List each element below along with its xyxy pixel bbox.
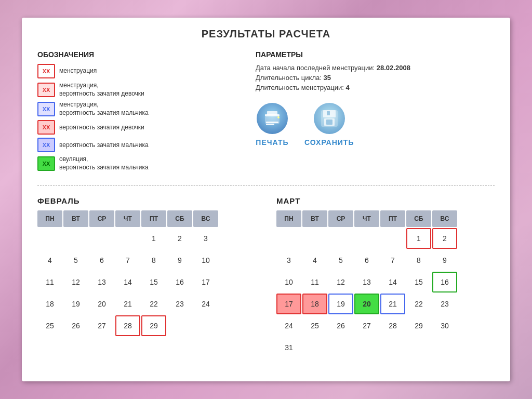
feb-day-19: 19	[63, 294, 88, 314]
mar-day-11: 11	[302, 272, 327, 292]
feb-day-22: 22	[141, 294, 166, 314]
mar-empty3	[328, 228, 353, 249]
page-title: РЕЗУЛЬТАТЫ РАСЧЕТА	[37, 28, 495, 40]
feb-day-15: 15	[141, 272, 166, 292]
feb-day-29: 29	[141, 315, 166, 336]
mar-day-1: 1	[406, 228, 431, 249]
march-title: МАРТ	[276, 196, 495, 205]
feb-day-8: 8	[141, 250, 166, 271]
legend-item-menstruation-girl: ХХ менструация,вероятность зачатия девоч…	[37, 82, 235, 98]
february-grid: ПН ВТ СР ЧТ ПТ СБ ВС 1 2 3 4 5 6 7	[37, 210, 256, 336]
mar-day-31: 31	[276, 337, 301, 358]
print-button[interactable]: ПЕЧАТЬ	[256, 102, 289, 147]
march-grid: ПН ВТ СР ЧТ ПТ СБ ВС 1 2 3 4 5 6	[276, 210, 495, 358]
mar-day-15: 15	[406, 272, 431, 292]
legend-text-ovulation-boy: овуляция,вероятность зачатия мальчика	[59, 155, 149, 171]
feb-header-vs: ВС	[193, 210, 218, 227]
mar-header-vs: ВС	[432, 210, 457, 227]
feb-day-20: 20	[89, 294, 114, 314]
mar-day-13: 13	[354, 272, 379, 292]
mar-day-18: 18	[302, 294, 327, 314]
mar-header-cht: ЧТ	[354, 210, 379, 227]
svg-rect-4	[266, 122, 278, 123]
mar-day-17: 17	[276, 294, 301, 314]
legend-text-menstruation-boy: менструация,вероятность зачатия мальчика	[59, 101, 149, 117]
mar-day-27: 27	[354, 315, 379, 336]
svg-rect-12	[327, 111, 330, 115]
feb-day-16: 16	[167, 272, 192, 292]
save-button[interactable]: СОХРАНИТЬ	[304, 102, 354, 147]
params-section: ПАРАМЕТРЫ Дата начала последней менструа…	[256, 50, 495, 175]
february-title: ФЕВРАЛЬ	[37, 196, 256, 205]
mar-end6	[432, 337, 457, 358]
mar-day-19: 19	[328, 294, 353, 314]
feb-header-vt: ВТ	[63, 210, 88, 227]
march-calendar: МАРТ ПН ВТ СР ЧТ ПТ СБ ВС 1 2 3 4	[276, 196, 495, 358]
feb-day-21: 21	[115, 294, 140, 314]
legend-item-menstruation-boy: ХХ менструация,вероятность зачатия мальч…	[37, 101, 235, 117]
feb-header-sr: СР	[89, 210, 114, 227]
mar-day-23: 23	[432, 294, 457, 314]
mar-day-6: 6	[354, 250, 379, 271]
mar-day-12: 12	[328, 272, 353, 292]
feb-day-11: 11	[37, 272, 62, 292]
feb-cell-empty4	[115, 228, 140, 249]
mar-day-5: 5	[328, 250, 353, 271]
feb-day-14: 14	[115, 272, 140, 292]
mar-end3	[354, 337, 379, 358]
mar-day-30: 30	[432, 315, 457, 336]
feb-cell-empty2	[63, 228, 88, 249]
mar-day-28: 28	[380, 315, 405, 336]
mar-empty1	[276, 228, 301, 249]
mar-header-sr: СР	[328, 210, 353, 227]
svg-point-6	[277, 116, 280, 118]
mar-end2	[328, 337, 353, 358]
params-cycle-length: Длительность цикла: 35	[256, 74, 495, 82]
february-calendar: ФЕВРАЛЬ ПН ВТ СР ЧТ ПТ СБ ВС 1 2 3 4	[37, 196, 256, 358]
feb-header-sb: СБ	[167, 210, 192, 227]
params-menstruation-value: 4	[346, 84, 350, 91]
feb-day-17: 17	[193, 272, 218, 292]
mar-day-22: 22	[406, 294, 431, 314]
mar-empty2	[302, 228, 327, 249]
main-panel: РЕЗУЛЬТАТЫ РАСЧЕТА ОБОЗНАЧЕНИЯ ХХ менстр…	[22, 18, 510, 381]
calendars-section: ФЕВРАЛЬ ПН ВТ СР ЧТ ПТ СБ ВС 1 2 3 4	[37, 196, 495, 358]
params-last-menstruation-label: Дата начала последней менструации:	[256, 64, 375, 72]
mar-day-14: 14	[380, 272, 405, 292]
save-icon	[313, 102, 346, 135]
mar-day-10: 10	[276, 272, 301, 292]
feb-day-18: 18	[37, 294, 62, 314]
actions-row: ПЕЧАТЬ	[256, 102, 495, 147]
feb-day-6: 6	[89, 250, 114, 271]
feb-day-9: 9	[167, 250, 192, 271]
mar-day-7: 7	[380, 250, 405, 271]
print-icon	[256, 102, 289, 135]
feb-header-pt: ПТ	[141, 210, 166, 227]
mar-end5	[406, 337, 431, 358]
legend-box-boy-prob: ХХ	[37, 138, 55, 152]
legend-text-girl-prob: вероятность зачатия девочки	[59, 124, 144, 132]
mar-day-16: 16	[432, 272, 457, 292]
legend-item-boy-prob: ХХ вероятность зачатия мальчика	[37, 138, 235, 152]
legend-text-menstruation-girl: менструация,вероятность зачатия девочки	[59, 82, 144, 98]
legend-box-girl-prob: ХХ	[37, 120, 55, 135]
legend-item-menstruation: ХХ менструация	[37, 64, 235, 78]
mar-day-25: 25	[302, 315, 327, 336]
svg-rect-11	[326, 119, 332, 125]
feb-day-13: 13	[89, 272, 114, 292]
mar-end4	[380, 337, 405, 358]
feb-empty-end2	[193, 315, 218, 336]
params-cycle-value: 35	[323, 74, 330, 82]
params-cycle-label: Длительность цикла:	[256, 74, 322, 82]
legend-box-menstruation-girl: ХХ	[37, 83, 55, 97]
mar-empty4	[354, 228, 379, 249]
legend-title: ОБОЗНАЧЕНИЯ	[37, 50, 235, 59]
mar-day-21: 21	[380, 294, 405, 314]
feb-empty-end1	[167, 315, 192, 336]
params-menstruation-length: Длительность менструации: 4	[256, 84, 495, 91]
feb-day-23: 23	[167, 294, 192, 314]
feb-day-24: 24	[193, 294, 218, 314]
legend-item-ovulation-boy: ХХ овуляция,вероятность зачатия мальчика	[37, 155, 235, 171]
params-last-menstruation: Дата начала последней менструации: 28.02…	[256, 64, 495, 72]
params-menstruation-label: Длительность менструации:	[256, 84, 344, 91]
